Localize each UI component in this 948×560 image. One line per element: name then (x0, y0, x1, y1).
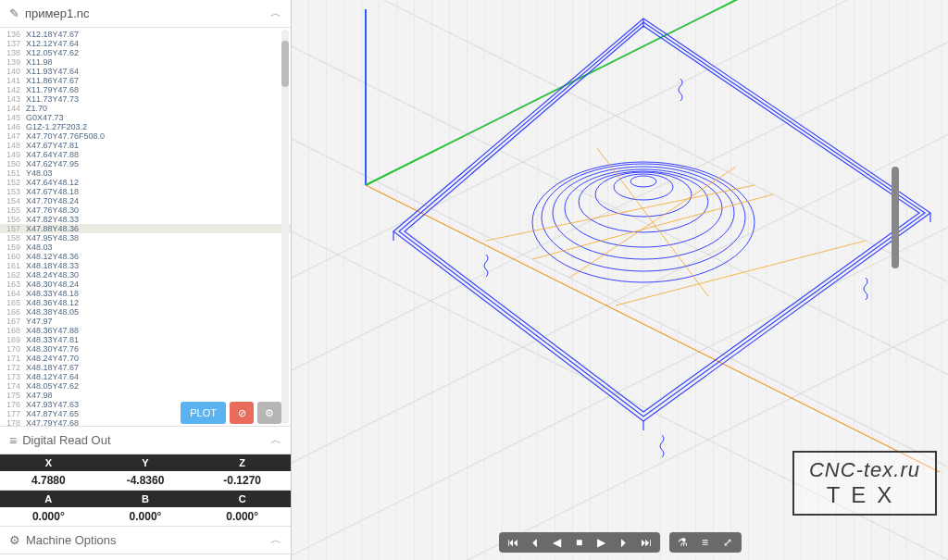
dro-col-y: Y (97, 454, 194, 471)
gcode-line[interactable]: 164X48.33Y48.18 (0, 289, 291, 298)
gcode-line[interactable]: 151Y48.03 (0, 168, 291, 178)
skip-end-button[interactable]: ⏭ (638, 536, 655, 549)
gcode-line[interactable]: 139X11.98 (0, 57, 291, 67)
dro-head-xyz: X Y Z (0, 454, 291, 471)
gcode-line[interactable]: 145G0X47.73 (0, 113, 291, 122)
gcode-line[interactable]: 136X12.18Y47.67 (0, 30, 291, 39)
playback-controls: ⏮ ⏴ ◀ ■ ▶ ⏵ ⏭ (499, 532, 660, 553)
dro-col-b: B (97, 491, 194, 507)
cancel-button[interactable]: ⊘ (230, 402, 254, 424)
gcode-line[interactable]: 173X48.12Y47.64 (0, 372, 291, 381)
dro-col-a: A (0, 491, 97, 507)
viewport-3d[interactable]: CNC-tex.ru TEX ⏮ ⏴ ◀ ■ ▶ ⏵ ⏭ ⚗ ≡ ⤢ (292, 0, 948, 560)
view-zoom-slider[interactable] (892, 167, 899, 268)
gcode-button-row: PLOT ⊘ ⚙ (181, 402, 281, 424)
settings-button[interactable]: ⚙ (257, 402, 281, 424)
scrollbar-track[interactable] (281, 30, 289, 424)
gcode-line[interactable]: 160X48.12Y48.36 (0, 252, 291, 261)
gcode-line[interactable]: 170X48.30Y47.76 (0, 344, 291, 354)
svg-point-17 (542, 164, 745, 271)
stop-button[interactable]: ■ (571, 536, 588, 549)
svg-point-23 (630, 176, 656, 187)
gcode-line[interactable]: 159X48.03 (0, 243, 291, 252)
dro-table: X Y Z 4.7880 -4.8360 -0.1270 A B C 0.000… (0, 454, 291, 527)
gcode-line[interactable]: 148X47.67Y47.81 (0, 141, 291, 150)
chevron-up-icon[interactable]: ︿ (270, 432, 281, 448)
frame-back-button[interactable]: ⏴ (527, 536, 543, 549)
gcode-line[interactable]: 168X48.36Y47.88 (0, 326, 291, 335)
gcode-line[interactable]: 156X47.82Y48.33 (0, 215, 291, 224)
gcode-line[interactable]: 149X47.64Y47.88 (0, 150, 291, 159)
gcode-line[interactable]: 150X47.62Y47.95 (0, 159, 291, 168)
gcode-line[interactable]: 147X47.70Y47.76F508.0 (0, 131, 291, 141)
gcode-line[interactable]: 146G1Z-1.27F203.2 (0, 122, 291, 131)
chevron-up-icon[interactable]: ︿ (270, 532, 281, 548)
gcode-line[interactable]: 138X12.05Y47.62 (0, 48, 291, 57)
menu-icon (9, 433, 22, 448)
layers-icon[interactable]: ≡ (697, 536, 714, 549)
gcode-line[interactable]: 154X47.70Y48.24 (0, 196, 291, 205)
expand-icon[interactable]: ⤢ (719, 536, 736, 549)
dro-y: -4.8360 (97, 471, 194, 490)
play-button[interactable]: ▶ (593, 536, 610, 549)
gcode-line[interactable]: 144Z1.70 (0, 104, 291, 113)
file-header[interactable]: ✎ пример1.nc ︿ (0, 0, 291, 28)
gcode-line[interactable]: 171X48.24Y47.70 (0, 354, 291, 363)
gcode-line[interactable]: 161X48.18Y48.33 (0, 261, 291, 270)
scrollbar-thumb[interactable] (281, 41, 289, 87)
machine-options-title: Machine Options (26, 533, 117, 547)
gcode-line[interactable]: 157X47.88Y48.36 (0, 224, 291, 233)
dro-col-z: Z (193, 454, 291, 471)
dro-header[interactable]: Digital Read Out ︿ (0, 426, 291, 454)
dro-a: 0.000° (0, 507, 97, 526)
dro-vals-abc: 0.000° 0.000° 0.000° (0, 507, 291, 527)
gcode-line[interactable]: 167Y47.97 (0, 317, 291, 326)
gcode-line[interactable]: 169X48.33Y47.81 (0, 335, 291, 344)
svg-line-5 (292, 0, 948, 370)
gcode-line[interactable]: 174X48.05Y47.62 (0, 381, 291, 391)
gcode-line[interactable]: 163X48.30Y48.24 (0, 280, 291, 289)
view-controls: ⚗ ≡ ⤢ (669, 532, 742, 553)
svg-line-25 (532, 194, 773, 259)
svg-point-18 (553, 167, 734, 259)
plot-button[interactable]: PLOT (181, 402, 226, 424)
left-panel: ✎ пример1.nc ︿ 136X12.18Y47.67137X12.12Y… (0, 0, 292, 560)
gcode-editor[interactable]: 136X12.18Y47.67137X12.12Y47.64138X12.05Y… (0, 28, 291, 426)
gcode-line[interactable]: 172X48.18Y47.67 (0, 363, 291, 372)
gcode-line[interactable]: 162X48.24Y48.30 (0, 270, 291, 280)
flask-icon[interactable]: ⚗ (675, 536, 692, 549)
gcode-line[interactable]: 165X48.36Y48.12 (0, 298, 291, 307)
gcode-line[interactable]: 175X47.98 (0, 391, 291, 400)
dro-head-abc: A B C (0, 491, 291, 507)
gcode-line[interactable]: 158X47.95Y48.38 (0, 233, 291, 243)
gcode-line[interactable]: 140X11.93Y47.64 (0, 67, 291, 76)
gcode-line[interactable]: 143X11.73Y47.73 (0, 94, 291, 104)
gcode-line[interactable]: 137X12.12Y47.64 (0, 39, 291, 48)
edit-icon: ✎ (9, 6, 19, 20)
dro-x: 4.7880 (0, 471, 97, 490)
chevron-up-icon[interactable]: ︿ (270, 6, 281, 21)
machine-options-header[interactable]: ⚙ Machine Options ︿ (0, 527, 291, 554)
gcode-line[interactable]: 166X48.38Y48.05 (0, 307, 291, 317)
gcode-line[interactable]: 152X47.64Y48.12 (0, 178, 291, 187)
plot-orientation-row: Plot Orientation: Vertical (Z-Up) (0, 554, 291, 560)
skip-start-button[interactable]: ⏮ (505, 536, 521, 549)
gcode-line[interactable]: 142X11.79Y47.68 (0, 85, 291, 94)
dro-b: 0.000° (97, 507, 194, 526)
dro-c: 0.000° (193, 507, 291, 526)
playback-bar: ⏮ ⏴ ◀ ■ ▶ ⏵ ⏭ ⚗ ≡ ⤢ (499, 532, 742, 553)
dro-z: -0.1270 (193, 471, 291, 490)
step-back-button[interactable]: ◀ (549, 536, 566, 549)
frame-fwd-button[interactable]: ⏵ (616, 536, 632, 549)
axis-y (366, 185, 940, 472)
gcode-line[interactable]: 141X11.86Y47.67 (0, 76, 291, 85)
gcode-line[interactable]: 153X47.67Y48.18 (0, 187, 291, 196)
svg-line-0 (292, 0, 948, 370)
dro-vals-xyz: 4.7880 -4.8360 -0.1270 (0, 471, 291, 491)
svg-line-24 (486, 185, 755, 241)
watermark-line2: TEX (809, 482, 920, 508)
gcode-line[interactable]: 155X47.76Y48.30 (0, 205, 291, 215)
watermark-line1: CNC-tex.ru (809, 458, 920, 482)
svg-marker-11 (405, 26, 919, 412)
svg-line-28 (616, 241, 866, 305)
